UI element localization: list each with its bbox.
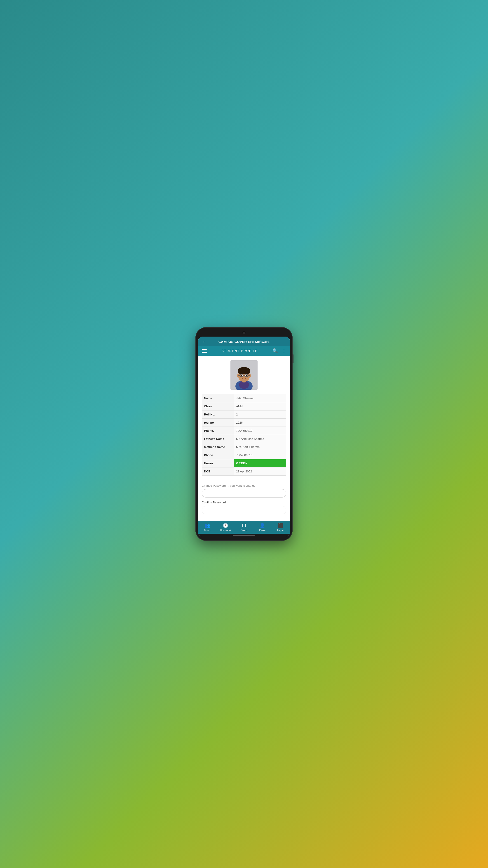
confirm-password-input[interactable] xyxy=(202,506,286,514)
father-value: Mr. Ashutosh Sharma xyxy=(234,435,286,443)
roll-value: 2 xyxy=(234,410,286,418)
svg-point-18 xyxy=(243,377,245,377)
name-value: Jatin Sharma xyxy=(234,394,286,402)
password-section: Change Password (If you want to change) … xyxy=(198,480,290,521)
name-label: Name xyxy=(202,394,234,402)
table-row: Roll No. 2 xyxy=(202,410,286,418)
nav-profile-label: Profile xyxy=(259,529,265,531)
table-row: Phone. 7004680810 xyxy=(202,427,286,435)
mother-value: Mrs. Aarti Sharma xyxy=(234,443,286,451)
nav-logout-label: Logout xyxy=(277,529,284,531)
confirm-password-label: Confirm Password xyxy=(202,501,286,504)
content-area: Name Jatin Sharma Class ANM Roll No. 2 r… xyxy=(198,356,290,480)
class-label: Class xyxy=(202,402,234,410)
nav-profile[interactable]: 👤 Profile xyxy=(253,523,271,531)
search-icon[interactable]: 🔍 xyxy=(272,348,278,353)
reg-value: 1226 xyxy=(234,418,286,427)
svg-point-7 xyxy=(237,374,239,377)
table-row: reg_no 1226 xyxy=(202,418,286,427)
nav-notice-label: Notice xyxy=(241,529,247,531)
table-row: Phone 7004680810 xyxy=(202,451,286,459)
student-photo xyxy=(230,360,258,390)
house-label: House xyxy=(202,459,234,467)
roll-label: Roll No. xyxy=(202,410,234,418)
nav-users[interactable]: 👥 Users xyxy=(198,523,217,531)
home-indicator-bar xyxy=(233,535,255,536)
bottom-nav: 👥 Users 🕐 Homework ☐ Notice 👤 Profile ⬛ … xyxy=(198,521,290,534)
nav-icons: 🔍 ⋮ xyxy=(272,348,286,353)
phone2-label: Phone xyxy=(202,451,234,459)
top-bar: ← CAMPUS COVER Erp Software xyxy=(198,337,290,346)
student-avatar-svg xyxy=(230,360,258,390)
dob-label: DOB xyxy=(202,467,234,475)
profile-icon: 👤 xyxy=(260,523,265,528)
svg-point-6 xyxy=(238,370,250,374)
nav-bar: STUDENT PROFILE 🔍 ⋮ xyxy=(198,346,290,356)
side-button xyxy=(293,354,293,363)
nav-notice[interactable]: ☐ Notice xyxy=(235,523,253,531)
dob-value: 28 Apr 2002 xyxy=(234,467,286,475)
more-options-icon[interactable]: ⋮ xyxy=(282,348,286,353)
photo-container xyxy=(202,360,286,390)
profile-table: Name Jatin Sharma Class ANM Roll No. 2 r… xyxy=(202,394,286,475)
notice-icon: ☐ xyxy=(242,523,246,528)
homework-icon: 🕐 xyxy=(223,523,228,528)
home-indicator xyxy=(198,534,290,537)
house-value: GREEN xyxy=(234,459,286,467)
app-title: CAMPUS COVER Erp Software xyxy=(219,340,270,344)
table-row: DOB 28 Apr 2002 xyxy=(202,467,286,475)
back-button[interactable]: ← xyxy=(202,339,206,344)
nav-homework-label: Homework xyxy=(220,529,231,531)
phone-frame: ← CAMPUS COVER Erp Software STUDENT PROF… xyxy=(195,327,293,541)
table-row: Class ANM xyxy=(202,402,286,410)
svg-point-8 xyxy=(249,374,251,377)
nav-logout[interactable]: ⬛ Logout xyxy=(271,523,290,531)
nav-users-label: Users xyxy=(204,529,210,531)
logout-icon: ⬛ xyxy=(278,523,284,528)
camera xyxy=(242,331,246,334)
table-row: Name Jatin Sharma xyxy=(202,394,286,402)
svg-point-11 xyxy=(241,375,242,376)
nav-title: STUDENT PROFILE xyxy=(222,349,258,352)
change-password-label: Change Password (If you want to change) xyxy=(202,484,286,487)
change-password-input[interactable] xyxy=(202,489,286,498)
table-row: House GREEN xyxy=(202,459,286,467)
table-row: Father's Name Mr. Ashutosh Sharma xyxy=(202,435,286,443)
phone2-value: 7004680810 xyxy=(234,451,286,459)
phone1-value: 7004680810 xyxy=(234,427,286,435)
svg-point-12 xyxy=(246,375,247,376)
table-row: Mother's Name Mrs. Aarti Sharma xyxy=(202,443,286,451)
father-label: Father's Name xyxy=(202,435,234,443)
reg-label: reg_no xyxy=(202,418,234,427)
hamburger-menu[interactable] xyxy=(202,349,207,353)
phone-screen: ← CAMPUS COVER Erp Software STUDENT PROF… xyxy=(198,337,290,537)
mother-label: Mother's Name xyxy=(202,443,234,451)
phone1-label: Phone. xyxy=(202,427,234,435)
nav-homework[interactable]: 🕐 Homework xyxy=(217,523,235,531)
class-value: ANM xyxy=(234,402,286,410)
users-icon: 👥 xyxy=(204,523,210,528)
